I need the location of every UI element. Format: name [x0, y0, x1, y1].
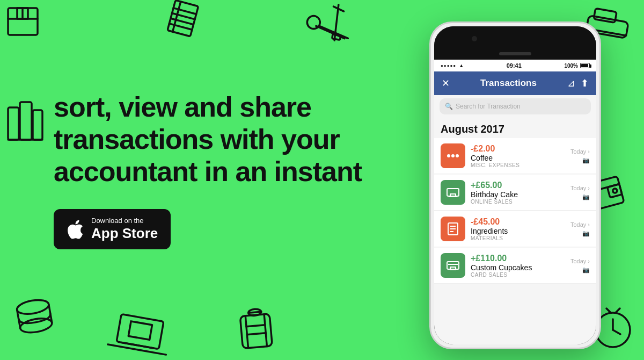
- trans-icon-3: [441, 217, 465, 241]
- svg-line-42: [247, 333, 266, 335]
- trans-category-4: CARD SALES: [471, 272, 570, 278]
- svg-rect-4: [167, 0, 199, 36]
- trans-name-2: Birthday Cake: [471, 190, 570, 199]
- trans-icon-2: [441, 180, 465, 205]
- headline: sort, view and share transactions with y…: [54, 91, 365, 188]
- deco-package-icon: [0, 0, 48, 45]
- transaction-item-1[interactable]: -£2.00 Coffee MISC. EXPENSES Today › 📷: [434, 138, 596, 174]
- trans-category-2: ONLINE SALES: [471, 199, 570, 205]
- search-placeholder: Search for Transaction: [456, 103, 521, 110]
- nav-bar: ✕ Transactions ⊿ ⬆: [434, 71, 596, 95]
- svg-line-33: [122, 342, 153, 348]
- trans-details-2: +£65.00 Birthday Cake ONLINE SALES: [471, 181, 570, 205]
- trans-category-3: MATERIALS: [471, 235, 570, 241]
- app-store-large-text: App Store: [91, 225, 158, 242]
- trans-camera-4: 📷: [582, 267, 590, 273]
- trans-right-2: Today › 📷: [570, 185, 590, 200]
- svg-rect-2: [17, 8, 28, 19]
- deco-tag-icon: [229, 302, 287, 360]
- svg-line-7: [172, 13, 195, 19]
- left-content: sort, view and share transactions with y…: [54, 91, 365, 249]
- trans-name-3: Ingredients: [471, 227, 570, 235]
- svg-rect-20: [20, 102, 32, 140]
- transaction-item-2[interactable]: +£65.00 Birthday Cake ONLINE SALES Today…: [434, 175, 596, 211]
- trans-details-4: +£110.00 Custom Cupcakes CARD SALES: [471, 254, 570, 278]
- nav-filter-icon[interactable]: ⊿: [567, 78, 575, 88]
- svg-rect-15: [332, 34, 341, 40]
- svg-point-50: [456, 154, 459, 157]
- svg-line-14: [333, 4, 343, 14]
- trans-amount-4: +£110.00: [471, 254, 570, 263]
- svg-line-13: [324, 5, 350, 41]
- background: sort, view and share transactions with y…: [0, 0, 644, 360]
- trans-icon-1: [441, 143, 465, 168]
- trans-amount-2: +£65.00: [471, 181, 570, 190]
- svg-line-40: [248, 312, 261, 313]
- transaction-item-4[interactable]: +£110.00 Custom Cupcakes CARD SALES Toda…: [434, 248, 596, 284]
- transaction-item-3[interactable]: -£45.00 Ingredients MATERIALS Today › 📷: [434, 211, 596, 247]
- trans-amount-1: -£2.00: [471, 144, 570, 154]
- app-store-small-text: Download on the: [91, 217, 144, 225]
- svg-line-37: [245, 316, 248, 348]
- svg-point-10: [305, 14, 322, 31]
- svg-line-29: [49, 304, 52, 322]
- nav-share-icon[interactable]: ⬆: [581, 78, 589, 88]
- svg-line-47: [616, 308, 620, 313]
- trans-right-1: Today › 📷: [570, 148, 590, 164]
- phone-screen: ●●●●● ▲ 09:41 100%: [434, 60, 596, 344]
- apple-icon: [67, 219, 84, 240]
- transactions-list: -£2.00 Coffee MISC. EXPENSES Today › 📷 +…: [434, 138, 596, 284]
- svg-rect-35: [128, 321, 152, 340]
- trans-camera-3: 📷: [582, 230, 590, 237]
- svg-line-8: [171, 18, 194, 24]
- svg-rect-19: [8, 107, 19, 140]
- svg-line-5: [173, 2, 181, 32]
- svg-line-34: [108, 344, 166, 355]
- search-icon: 🔍: [445, 103, 453, 110]
- deco-laptop-icon: [104, 304, 175, 360]
- svg-point-25: [612, 188, 618, 193]
- trans-date-1: Today ›: [570, 148, 590, 155]
- svg-rect-32: [116, 314, 164, 349]
- svg-rect-21: [33, 110, 42, 140]
- trans-category-1: MISC. EXPENSES: [471, 162, 570, 168]
- trans-date-2: Today ›: [570, 185, 590, 191]
- svg-line-11: [319, 18, 348, 46]
- svg-rect-59: [450, 267, 456, 270]
- speaker: [499, 52, 531, 55]
- trans-camera-1: 📷: [582, 157, 590, 164]
- nav-title: Transactions: [480, 78, 537, 89]
- trans-name-4: Custom Cupcakes: [471, 263, 570, 272]
- deco-database-icon: [7, 290, 63, 348]
- svg-rect-58: [447, 262, 459, 269]
- trans-right-3: Today › 📷: [570, 221, 590, 237]
- month-header: August 2017: [434, 118, 596, 138]
- svg-line-46: [606, 308, 611, 313]
- svg-line-12: [316, 18, 345, 46]
- phone-inner: ●●●●● ▲ 09:41 100%: [434, 26, 596, 344]
- svg-point-30: [19, 316, 53, 335]
- trans-camera-2: 📷: [582, 193, 590, 200]
- trans-details-1: -£2.00 Coffee MISC. EXPENSES: [471, 144, 570, 168]
- app-store-button[interactable]: Download on the App Store: [54, 209, 171, 249]
- svg-point-27: [16, 298, 50, 316]
- svg-rect-36: [240, 314, 272, 349]
- svg-rect-51: [447, 189, 459, 196]
- trans-date-4: Today ›: [570, 258, 590, 264]
- svg-point-49: [451, 154, 455, 157]
- svg-line-45: [613, 330, 620, 334]
- app-store-button-text: Download on the App Store: [91, 217, 158, 242]
- nav-close-icon[interactable]: ✕: [442, 78, 450, 88]
- svg-line-6: [173, 8, 196, 14]
- trans-icon-4: [441, 253, 465, 278]
- search-bar[interactable]: 🔍 Search for Transaction: [440, 98, 591, 114]
- trans-details-3: -£45.00 Ingredients MATERIALS: [471, 217, 570, 241]
- svg-rect-0: [8, 8, 38, 35]
- trans-right-4: Today › 📷: [570, 258, 590, 273]
- deco-books-icon: [3, 97, 51, 153]
- svg-line-9: [169, 24, 192, 30]
- svg-point-39: [248, 308, 261, 316]
- svg-line-41: [246, 325, 265, 327]
- svg-point-48: [447, 154, 450, 157]
- phone-mockup: ●●●●● ▲ 09:41 100%: [429, 21, 601, 349]
